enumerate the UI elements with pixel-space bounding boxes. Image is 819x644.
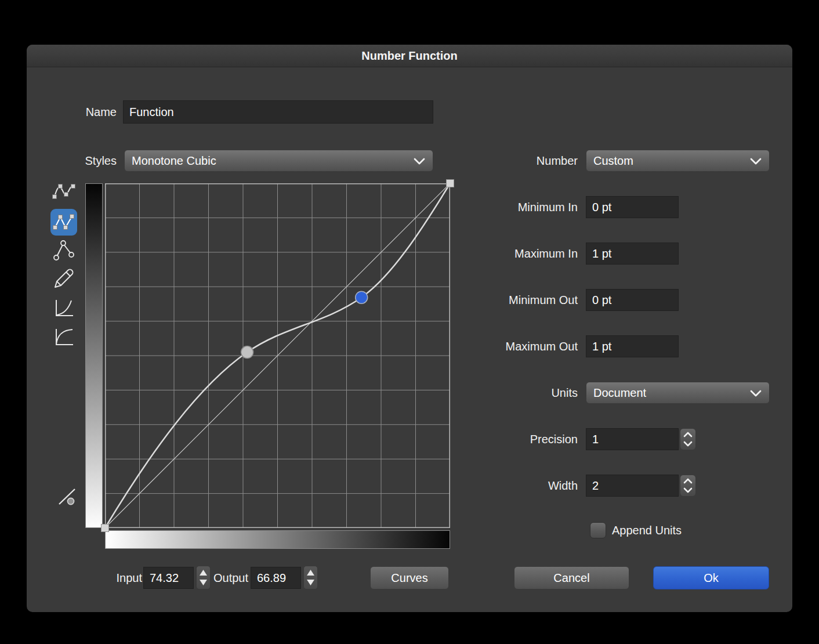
line-point-icon [56, 485, 81, 511]
tool-corner-point[interactable] [51, 237, 77, 262]
title-bar: Number Function [27, 45, 792, 67]
input-field[interactable]: 74.32 [143, 567, 194, 589]
curve-corner-handle[interactable] [447, 180, 454, 187]
width-field[interactable]: 2 [586, 475, 679, 497]
precision-label: Precision [398, 428, 578, 450]
vertical-gradient-ramp [85, 183, 103, 528]
precision-field[interactable]: 1 [586, 428, 679, 450]
curve-point[interactable] [241, 346, 253, 359]
maximum-in-field[interactable]: 1 pt [586, 243, 679, 265]
output-label: Output [206, 567, 248, 589]
ease-in-curve-icon [51, 295, 77, 320]
chevron-down-icon [750, 158, 762, 165]
units-label: Units [398, 382, 578, 404]
tool-curve-points[interactable] [51, 179, 77, 204]
styles-label: Styles [44, 150, 117, 172]
minimum-out-field[interactable]: 0 pt [586, 289, 679, 311]
maximum-out-field[interactable]: 1 pt [586, 335, 679, 357]
tool-polyline-points[interactable] [50, 209, 77, 236]
styles-dropdown[interactable]: Monotone Cubic [124, 150, 433, 172]
tool-pencil[interactable] [51, 266, 77, 291]
units-dropdown[interactable]: Document [586, 382, 770, 404]
tool-line-point[interactable] [56, 485, 81, 511]
append-units-label: Append Units [612, 519, 740, 541]
minimum-in-label: Minimum In [398, 196, 578, 218]
cancel-button[interactable]: Cancel [514, 566, 629, 589]
curves-button[interactable]: Curves [370, 566, 449, 589]
corner-point-icon [51, 237, 77, 262]
output-stepper[interactable] [303, 566, 318, 589]
ok-button[interactable]: Ok [653, 566, 769, 589]
output-field[interactable]: 66.89 [251, 567, 301, 589]
width-label: Width [398, 475, 578, 497]
number-function-dialog: Number Function Name Function Styles Mon… [27, 45, 792, 612]
screen-background: Number Function Name Function Styles Mon… [0, 0, 819, 644]
chevron-down-icon [750, 390, 762, 397]
horizontal-gradient-ramp [105, 530, 450, 549]
maximum-in-label: Maximum In [398, 243, 578, 265]
precision-stepper[interactable] [680, 428, 696, 450]
polyline-points-icon [50, 209, 77, 236]
curve-corner-handle[interactable] [102, 524, 109, 532]
maximum-out-label: Maximum Out [398, 335, 578, 357]
input-label: Input [107, 567, 142, 589]
stepper-arrows-icon [680, 475, 695, 496]
number-dropdown-value: Custom [593, 154, 633, 167]
minimum-out-label: Minimum Out [398, 289, 578, 311]
ease-out-curve-icon [51, 324, 77, 349]
curve-points-icon [51, 179, 77, 204]
pencil-icon [51, 266, 77, 291]
stepper-triangles-icon [304, 566, 317, 589]
minimum-in-field[interactable]: 0 pt [586, 196, 679, 218]
tool-ease-in-curve[interactable] [51, 295, 77, 320]
number-label: Number [398, 150, 578, 172]
number-dropdown[interactable]: Custom [586, 150, 770, 172]
append-units-checkbox[interactable] [590, 522, 606, 538]
width-stepper[interactable] [680, 475, 696, 497]
name-input[interactable]: Function [123, 100, 433, 124]
units-dropdown-value: Document [593, 386, 646, 399]
styles-dropdown-value: Monotone Cubic [132, 154, 216, 167]
curve-point-selected[interactable] [356, 291, 368, 303]
tool-ease-out-curve[interactable] [51, 324, 77, 349]
window-title: Number Function [27, 45, 792, 67]
name-label: Name [44, 101, 117, 123]
stepper-arrows-icon [680, 429, 695, 450]
